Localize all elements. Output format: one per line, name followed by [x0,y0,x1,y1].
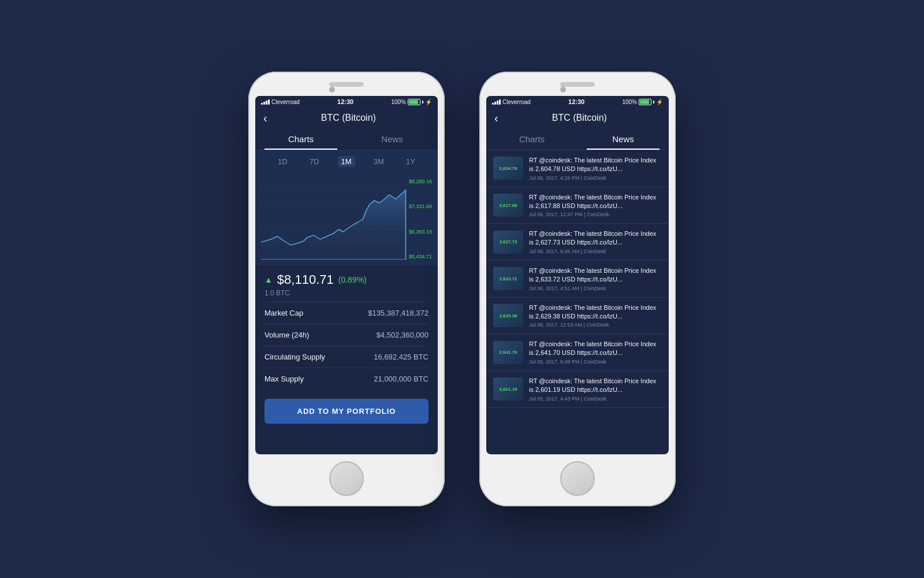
chart-label-4: $5,434.71 [409,254,432,260]
news-thumb-5: 2,629.38 [493,304,523,327]
news-meta-3: Jul 06, 2017, 8:45 AM | CoinDesk [529,249,662,254]
stat-max-supply: Max Supply 21,000,000 BTC [264,368,429,390]
news-item-7[interactable]: 2,601.19 RT @coindesk: The latest Bitcoi… [486,371,669,408]
stat-label-volume: Volume (24h) [264,331,309,339]
phone-top-1 [255,82,438,91]
news-content-2: RT @coindesk: The latest Bitcoin Price I… [529,193,662,218]
phone-charts: Cleverroad 12:30 100% ⚡ ‹ BTC (B [248,72,445,506]
signal-bar-1 [261,103,263,105]
news-content-4: RT @coindesk: The latest Bitcoin Price I… [529,266,662,291]
news-thumb-price-5: 2,629.38 [499,313,517,318]
news-thumb-1: 2,604.78 [493,157,523,180]
tab-charts-2[interactable]: Charts [486,128,578,150]
battery-tip-2 [653,101,654,103]
front-camera-2 [560,87,566,92]
news-thumb-7: 2,601.19 [493,377,523,401]
news-thumb-price-2: 2,617.88 [499,203,517,208]
tab-news-2[interactable]: News [578,128,669,150]
news-meta-7: Jul 05, 2017, 4:43 PM | CoinDesk [529,396,662,402]
battery-pct-1: 100% [391,99,406,105]
phone-top-2 [486,82,669,91]
battery-pct-2: 100% [622,99,637,105]
signal-icon-2 [492,99,501,105]
status-left-1: Cleverroad [261,99,300,105]
news-meta-4: Jul 06, 2017, 4:51 AM | CoinDesk [529,286,662,291]
news-content-5: RT @coindesk: The latest Bitcoin Price I… [529,303,662,328]
price-value: $8,110.71 [277,272,334,287]
stat-value-market-cap: $135,387,418,372 [368,309,429,317]
home-button-2[interactable] [560,461,595,496]
back-button-2[interactable]: ‹ [494,112,498,124]
price-chart [261,179,432,260]
charging-icon-2: ⚡ [656,99,663,105]
stat-value-max-supply: 21,000,000 BTC [374,375,429,383]
header-title-2: BTC (Bitcoin) [498,113,661,123]
news-content-6: RT @coindesk: The latest Bitcoin Price I… [529,340,662,365]
news-title-2: RT @coindesk: The latest Bitcoin Price I… [529,193,662,210]
signal-icon-1 [261,99,270,105]
price-main: ▲ $8,110.71 (0.89%) [264,272,429,287]
stat-circulating: Circulating Supply 16,692,425 BTC [264,346,429,368]
header-title-1: BTC (Bitcoin) [267,113,430,123]
news-list: 2,604.78 RT @coindesk: The latest Bitcoi… [486,150,669,454]
back-button-1[interactable]: ‹ [263,112,267,124]
news-item-1[interactable]: 2,604.78 RT @coindesk: The latest Bitcoi… [486,150,669,187]
news-title-7: RT @coindesk: The latest Bitcoin Price I… [529,377,662,394]
status-right-2: 100% ⚡ [622,99,663,105]
news-meta-6: Jul 05, 2017, 8:49 PM | CoinDesk [529,359,662,365]
add-to-portfolio-button[interactable]: ADD TO MY PORTFOLIO [264,399,429,424]
stats-table: Market Cap $135,387,418,372 Volume (24h)… [255,302,438,390]
charging-icon-1: ⚡ [425,99,432,105]
chart-labels: $8,280.16 $7,331.68 $6,383.19 $5,434.71 [409,179,432,260]
tf-7d[interactable]: 7D [306,156,323,167]
carrier-2: Cleverroad [502,99,531,105]
news-thumb-4: 2,633.72 [493,267,523,290]
news-content-1: RT @coindesk: The latest Bitcoin Price I… [529,156,662,181]
front-camera-1 [329,87,335,92]
status-right-1: 100% ⚡ [391,99,432,105]
news-item-2[interactable]: 2,617.88 RT @coindesk: The latest Bitcoi… [486,187,669,224]
tab-charts-1[interactable]: Charts [255,128,346,150]
battery-body-2 [639,99,651,105]
scene: Cleverroad 12:30 100% ⚡ ‹ BTC (B [225,49,699,529]
screen-charts: Cleverroad 12:30 100% ⚡ ‹ BTC (B [255,96,438,454]
stat-volume: Volume (24h) $4,502,360,000 [264,324,429,346]
news-item-4[interactable]: 2,633.72 RT @coindesk: The latest Bitcoi… [486,261,669,298]
phone-news: Cleverroad 12:30 100% ⚡ ‹ BTC (B [479,72,676,506]
news-title-3: RT @coindesk: The latest Bitcoin Price I… [529,229,662,247]
status-left-2: Cleverroad [492,99,531,105]
news-content-7: RT @coindesk: The latest Bitcoin Price I… [529,377,662,402]
price-sub: 1.0 BTC [264,289,429,297]
speaker-1 [329,82,364,87]
home-button-1[interactable] [329,461,364,496]
battery-tip-1 [422,101,423,103]
news-thumb-price-3: 2,627.73 [499,239,517,244]
battery-icon-2 [639,99,654,105]
news-title-1: RT @coindesk: The latest Bitcoin Price I… [529,156,662,173]
news-thumb-price-1: 2,604.78 [499,166,517,171]
timeframe-bar: 1D 7D 1M 3M 1Y [255,150,438,173]
tf-3m[interactable]: 3M [370,156,388,167]
app-header-2: ‹ BTC (Bitcoin) [486,108,669,128]
news-item-6[interactable]: 2,641.70 RT @coindesk: The latest Bitcoi… [486,334,669,371]
time-2: 12:30 [568,98,584,105]
news-item-5[interactable]: 2,629.38 RT @coindesk: The latest Bitcoi… [486,298,669,335]
price-arrow-icon: ▲ [264,275,273,284]
tf-1d[interactable]: 1D [274,156,291,167]
stat-label-market-cap: Market Cap [264,309,303,317]
price-change: (0.89%) [338,275,367,284]
tf-1y[interactable]: 1Y [403,156,419,167]
tab-news-1[interactable]: News [346,128,438,150]
chart-label-3: $6,383.19 [409,229,432,235]
news-thumb-price-7: 2,601.19 [499,387,517,392]
news-item-3[interactable]: 2,627.73 RT @coindesk: The latest Bitcoi… [486,224,669,261]
news-title-6: RT @coindesk: The latest Bitcoin Price I… [529,340,662,357]
news-thumb-6: 2,641.70 [493,341,523,364]
tabs-news: Charts News [486,128,669,150]
news-thumb-2: 2,617.88 [493,194,523,217]
tf-1m[interactable]: 1M [338,156,355,167]
carrier-1: Cleverroad [271,99,300,105]
stat-label-circulating: Circulating Supply [264,353,325,361]
signal-bar-2 [263,102,265,105]
battery-body-1 [408,99,420,105]
